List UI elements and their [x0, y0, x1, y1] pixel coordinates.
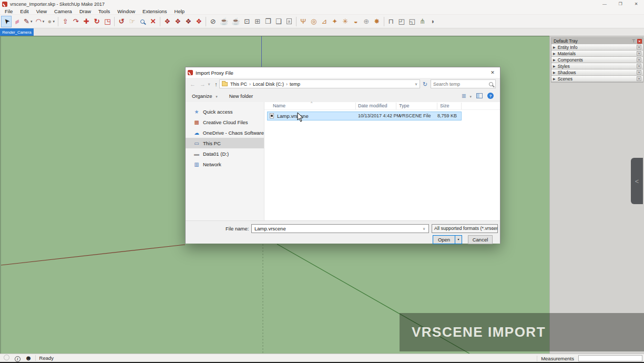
column-divider[interactable] — [396, 103, 396, 109]
section-close-icon[interactable]: × — [637, 76, 641, 81]
column-divider[interactable] — [461, 103, 462, 109]
vray-mesh-light-icon[interactable]: ✸ — [372, 16, 382, 27]
menu-help[interactable]: Help — [171, 8, 189, 14]
select-tool-icon[interactable]: ➤ — [1, 16, 12, 27]
file-format-select[interactable]: All supported formats (*.vrscen — [432, 224, 498, 233]
close-button[interactable]: ✕ — [628, 0, 644, 8]
vray-viewport-render-region-icon[interactable]: ⊞ — [252, 16, 263, 27]
preview-pane-icon[interactable] — [476, 93, 483, 98]
column-header[interactable]: Date modified — [358, 103, 387, 108]
menu-draw[interactable]: Draw — [76, 8, 95, 14]
vray-fur-icon[interactable]: ⋔ — [417, 16, 428, 27]
vray-batch-render-icon[interactable]: ❑ — [273, 16, 284, 27]
sidebar-item-network[interactable]: ▥ Network — [186, 159, 264, 169]
vray-gem-copy-icon[interactable]: ❖ — [183, 16, 193, 27]
open-dropdown-icon[interactable]: ▾ — [455, 236, 462, 244]
new-folder-button[interactable]: New folder — [229, 93, 253, 99]
push-pull-tool-icon[interactable]: ⇧ — [60, 16, 70, 27]
follow-me-tool-icon[interactable]: ↷ — [70, 16, 81, 27]
expand-arrow-icon[interactable]: ▶ — [553, 64, 556, 68]
expand-arrow-icon[interactable]: ▶ — [553, 52, 556, 55]
line-tool-icon[interactable]: ✎▾ — [22, 16, 34, 27]
vray-dome-light-icon[interactable]: ◒ — [351, 16, 361, 27]
tray-header[interactable]: Default Tray ⊤ ✕ — [551, 38, 643, 44]
pan-tool-icon[interactable]: ☞ — [127, 16, 137, 27]
info-icon[interactable]: i — [15, 356, 21, 362]
vray-omni-light-icon[interactable]: ✳ — [340, 16, 351, 27]
vray-rect-light-icon[interactable]: Ψ — [298, 16, 309, 27]
dialog-close-icon[interactable]: ✕ — [485, 67, 500, 78]
organize-button[interactable]: Organize ▾ — [192, 93, 218, 99]
sidebar-item-data01[interactable]: ▬ Data01 (D:) — [186, 148, 264, 159]
vray-lock-camera-icon[interactable]: a — [284, 16, 294, 27]
minimize-button[interactable]: — — [597, 0, 612, 8]
tray-section-components[interactable]: ▶ Components × — [551, 57, 643, 63]
tray-collapse-handle[interactable]: < — [631, 158, 643, 204]
expand-arrow-icon[interactable]: ▶ — [553, 45, 556, 49]
arc-tool-icon[interactable]: ◠▾ — [34, 16, 46, 27]
zoom-extents-tool-icon[interactable]: ✕ — [148, 16, 158, 27]
section-close-icon[interactable]: × — [637, 45, 641, 49]
vray-clipper-icon[interactable]: ◗ — [428, 16, 438, 27]
section-close-icon[interactable]: × — [637, 57, 641, 62]
sidebar-item-quick-access[interactable]: ★ Quick access — [186, 106, 264, 117]
up-icon[interactable]: ↑ — [214, 81, 218, 87]
forward-icon[interactable]: → — [200, 81, 206, 87]
measurements-input[interactable] — [578, 355, 642, 361]
column-divider[interactable] — [355, 103, 356, 109]
column-divider[interactable] — [437, 103, 437, 109]
search-box[interactable] — [431, 79, 496, 88]
pin-icon[interactable]: ⊤ — [632, 39, 636, 44]
vray-render-interactive-icon[interactable]: ☕ — [230, 16, 242, 27]
column-header[interactable]: Type — [399, 103, 410, 108]
vray-viewport-render-icon[interactable]: ⊡ — [242, 16, 252, 27]
search-input[interactable] — [433, 82, 487, 87]
scale-tool-icon[interactable]: ◳ — [102, 16, 113, 27]
column-header[interactable]: Size — [440, 103, 449, 108]
menu-tools[interactable]: Tools — [95, 8, 114, 14]
expand-arrow-icon[interactable]: ▶ — [553, 70, 556, 74]
address-bar[interactable]: This PC › Local Disk (C:) › temp ∨ — [219, 79, 420, 88]
vray-render-icon[interactable]: ☕ — [218, 16, 230, 27]
section-close-icon[interactable]: × — [637, 70, 641, 75]
move-tool-icon[interactable]: ✚ — [81, 16, 91, 27]
expand-arrow-icon[interactable]: ▶ — [553, 58, 556, 62]
tray-section-styles[interactable]: ▶ Styles × — [551, 63, 643, 69]
shapes-tool-icon[interactable]: ●▾ — [46, 16, 56, 27]
tray-section-materials[interactable]: ▶ Materials × — [551, 51, 643, 57]
file-name-dropdown-icon[interactable]: ∨ — [423, 227, 425, 231]
tray-section-scenes[interactable]: ▶ Scenes × — [551, 76, 643, 82]
section-close-icon[interactable]: × — [637, 51, 641, 56]
refresh-icon[interactable]: ↻ — [423, 81, 427, 88]
file-name-input[interactable] — [251, 224, 429, 233]
menu-extensions[interactable]: Extensions — [139, 8, 170, 14]
account-icon[interactable]: ☻ — [26, 355, 32, 361]
expand-arrow-icon[interactable]: ▶ — [553, 77, 556, 80]
vray-proxy-stool-icon[interactable]: ⊓ — [386, 16, 396, 27]
back-icon[interactable]: ← — [190, 81, 196, 87]
address-dropdown-icon[interactable]: ∨ — [415, 82, 417, 86]
format-dropdown-icon[interactable]: ∨ — [492, 227, 494, 231]
breadcrumb-segment[interactable]: This PC — [230, 82, 247, 87]
cancel-button[interactable]: Cancel — [468, 235, 493, 244]
section-close-icon[interactable]: × — [637, 64, 641, 68]
orbit-tool-icon[interactable]: ↺ — [116, 16, 127, 27]
menu-camera[interactable]: Camera — [50, 8, 76, 14]
eraser-tool-icon[interactable]: ▰ — [12, 16, 22, 27]
vray-gem-add-icon[interactable]: ❖ — [193, 16, 204, 27]
geolocation-icon[interactable] — [4, 355, 9, 360]
view-options-button[interactable]: ≣ ▾ — [462, 93, 472, 99]
column-header[interactable]: Name — [273, 103, 285, 108]
vray-frame-buffer-icon[interactable]: ❐ — [263, 16, 273, 27]
vray-ies-light-icon[interactable]: ✦ — [330, 16, 340, 27]
vray-gem-icon-2[interactable]: ❖ — [172, 16, 183, 27]
menu-edit[interactable]: Edit — [16, 8, 32, 14]
scene-tab-render-camera[interactable]: Render_Camera — [0, 28, 34, 36]
restore-button[interactable]: ❐ — [612, 0, 628, 8]
help-icon[interactable]: ? — [487, 93, 494, 99]
vray-import-proxy-icon[interactable]: ◱ — [407, 16, 417, 27]
menu-file[interactable]: File — [1, 8, 16, 14]
tray-close-icon[interactable]: ✕ — [637, 39, 642, 44]
zoom-tool-icon[interactable] — [137, 16, 148, 27]
vray-sphere-fill-light-icon[interactable]: ⊕ — [361, 16, 372, 27]
